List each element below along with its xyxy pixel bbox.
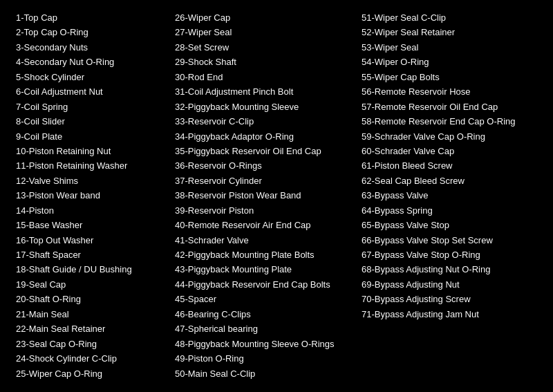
list-item: 4-Secondary Nut O-Ring (16, 55, 164, 69)
list-item: 8-Coil Slider (16, 114, 164, 129)
list-item: 55-Wiper Cap Bolts (362, 70, 537, 84)
list-item: 61-Piston Bleed Screw (362, 158, 537, 173)
list-item: 10-Piston Retaining Nut (16, 144, 164, 158)
list-item: 38-Reservoir Piston Wear Band (175, 188, 350, 203)
column-3: 51-Wiper Seal C-Clip52-Wiper Seal Retain… (356, 7, 543, 384)
list-item: 48-Piggyback Mounting Sleeve O-Rings (175, 337, 350, 351)
list-item: 44-Piggyback Reservoir End Cap Bolts (175, 277, 350, 292)
list-item: 64-Bypass Spring (362, 203, 537, 218)
list-item: 56-Remote Reservoir Hose (362, 84, 537, 99)
list-item: 19-Seal Cap (16, 277, 164, 292)
list-item: 28-Set Screw (175, 40, 350, 55)
list-item: 7-Coil Spring (16, 100, 164, 114)
list-item: 15-Base Washer (16, 218, 164, 232)
list-item: 43-Piggyback Mounting Plate (175, 262, 350, 277)
list-item: 31-Coil Adjustment Pinch Bolt (175, 84, 350, 99)
list-item: 57-Remote Reservoir Oil End Cap (362, 100, 537, 114)
list-item: 51-Wiper Seal C-Clip (362, 10, 537, 25)
list-item: 63-Bypass Valve (362, 188, 537, 203)
column-2: 26-Wiper Cap27-Wiper Seal28-Set Screw29-… (169, 7, 356, 384)
list-item: 45-Spacer (175, 292, 350, 306)
list-item: 25-Wiper Cap O-Ring (16, 366, 164, 381)
list-item: 67-Bypass Valve Stop O-Ring (362, 248, 537, 262)
list-item: 70-Bypass Adjusting Screw (362, 292, 537, 306)
list-item: 69-Bypass Adjusting Nut (362, 277, 537, 292)
list-item: 42-Piggyback Mounting Plate Bolts (175, 248, 350, 262)
list-item: 37-Reservoir Cylinder (175, 174, 350, 188)
list-item: 39-Reservoir Piston (175, 203, 350, 218)
list-item: 46-Bearing C-Clips (175, 307, 350, 321)
list-item: 33-Reservoir C-Clip (175, 114, 350, 129)
list-item: 53-Wiper Seal (362, 40, 537, 55)
list-item: 68-Bypass Adjusting Nut O-Ring (362, 262, 537, 277)
list-item: 41-Schrader Valve (175, 233, 350, 248)
column-1: 1-Top Cap2-Top Cap O-Ring3-Secondary Nut… (10, 7, 169, 384)
list-item: 27-Wiper Seal (175, 25, 350, 39)
list-item: 30-Rod End (175, 70, 350, 84)
list-item: 52-Wiper Seal Retainer (362, 25, 537, 39)
list-item: 34-Piggyback Adaptor O-Ring (175, 129, 350, 144)
list-item: 59-Schrader Valve Cap O-Ring (362, 129, 537, 144)
list-item: 21-Main Seal (16, 307, 164, 321)
list-item: 6-Coil Adjustment Nut (16, 84, 164, 99)
list-item: 16-Top Out Washer (16, 233, 164, 248)
list-item: 17-Shaft Spacer (16, 248, 164, 262)
list-item: 60-Schrader Valve Cap (362, 144, 537, 158)
list-item: 40-Remote Reservoir Air End Cap (175, 218, 350, 232)
parts-list: 1-Top Cap2-Top Cap O-Ring3-Secondary Nut… (10, 7, 543, 384)
list-item: 11-Piston Retaining Washer (16, 158, 164, 173)
list-item: 3-Secondary Nuts (16, 40, 164, 55)
list-item: 49-Piston O-Ring (175, 351, 350, 366)
list-item: 66-Bypass Valve Stop Set Screw (362, 233, 537, 248)
list-item: 54-Wiper O-Ring (362, 55, 537, 69)
list-item: 13-Piston Wear band (16, 188, 164, 203)
list-item: 62-Seal Cap Bleed Screw (362, 174, 537, 188)
list-item: 1-Top Cap (16, 10, 164, 25)
list-item: 32-Piggyback Mounting Sleeve (175, 100, 350, 114)
list-item: 12-Valve Shims (16, 174, 164, 188)
list-item: 14-Piston (16, 203, 164, 218)
list-item: 71-Bypass Adjusting Jam Nut (362, 307, 537, 321)
list-item: 50-Main Seal C-Clip (175, 366, 350, 381)
list-item: 29-Shock Shaft (175, 55, 350, 69)
list-item: 9-Coil Plate (16, 129, 164, 144)
list-item: 23-Seal Cap O-Ring (16, 337, 164, 351)
list-item: 24-Shock Cylinder C-Clip (16, 351, 164, 366)
list-item: 35-Piggyback Reservoir Oil End Cap (175, 144, 350, 158)
list-item: 20-Shaft O-Ring (16, 292, 164, 306)
list-item: 36-Reservoir O-Rings (175, 158, 350, 173)
list-item: 22-Main Seal Retainer (16, 321, 164, 336)
list-item: 65-Bypass Valve Stop (362, 218, 537, 232)
list-item: 58-Remote Reservoir End Cap O-Ring (362, 114, 537, 129)
list-item: 5-Shock Cylinder (16, 70, 164, 84)
list-item: 26-Wiper Cap (175, 10, 350, 25)
list-item: 18-Shaft Guide / DU Bushing (16, 262, 164, 277)
list-item: 47-Spherical bearing (175, 321, 350, 336)
list-item: 2-Top Cap O-Ring (16, 25, 164, 39)
